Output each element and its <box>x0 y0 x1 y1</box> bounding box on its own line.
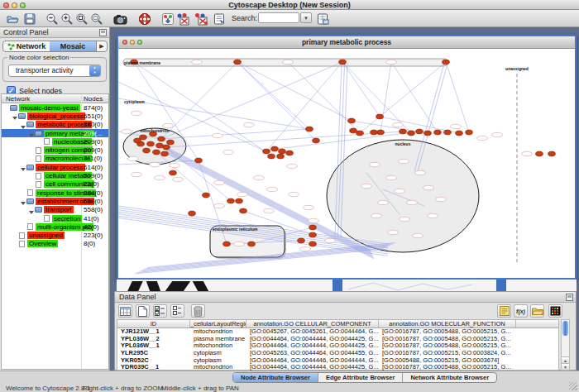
graph-node-selected[interactable] <box>163 145 170 150</box>
graph-node[interactable] <box>378 200 389 204</box>
graph-node[interactable] <box>237 192 248 196</box>
graph-node[interactable] <box>214 180 225 184</box>
graph-node[interactable] <box>170 163 180 167</box>
graph-node-selected[interactable] <box>223 241 231 246</box>
graph-node[interactable] <box>132 111 142 115</box>
table-cell[interactable]: cytoplasm <box>190 350 246 357</box>
graph-node-selected[interactable] <box>548 151 556 156</box>
float-panel-icon[interactable] <box>566 294 573 301</box>
table-scrollbar[interactable]: ▲ ▼ <box>561 319 570 370</box>
graph-node-selected[interactable] <box>377 130 385 135</box>
graph-node[interactable] <box>451 124 462 128</box>
tab-mosaic[interactable]: Mosaic <box>50 41 96 51</box>
zoom-out-icon[interactable] <box>45 12 60 26</box>
table-column-header[interactable]: annotation.GO CELLULAR_COMPONENT <box>246 320 379 327</box>
graph-node[interactable] <box>370 162 380 166</box>
graph-node-selected[interactable] <box>167 140 175 145</box>
snapshot-camera-icon[interactable] <box>112 12 127 26</box>
graph-node-selected[interactable] <box>536 151 543 156</box>
graph-node[interactable] <box>413 233 423 237</box>
close-button[interactable] <box>3 2 9 8</box>
zoom-fit-icon[interactable] <box>74 12 89 26</box>
graph-node[interactable] <box>234 241 245 246</box>
table-row[interactable]: YKR052Ccytoplasm[GO:0044464, GO:0044446,… <box>117 357 558 365</box>
tree-row[interactable]: nitrogen compo209(0) <box>2 146 108 154</box>
graph-edge[interactable] <box>166 131 403 147</box>
graph-node[interactable] <box>477 136 488 140</box>
table-cell[interactable]: [GO:0005488, GO:0005215, GO:0003674] <box>379 357 516 365</box>
graph-node[interactable] <box>155 175 165 179</box>
graph-node[interactable] <box>428 213 438 218</box>
table-cell[interactable]: mitochondrion <box>190 328 246 336</box>
help-lifering-icon[interactable] <box>137 12 152 26</box>
graph-node[interactable] <box>132 172 142 176</box>
tree-row[interactable]: unassigned223(0) <box>2 231 108 239</box>
graph-node[interactable] <box>223 150 234 154</box>
zoom-button[interactable] <box>20 2 26 8</box>
graph-node-selected[interactable] <box>203 193 210 198</box>
import-table-folder-icon[interactable] <box>530 304 544 318</box>
tree-row[interactable]: cell communicat22(0) <box>2 180 108 189</box>
graph-node-selected[interactable] <box>263 149 270 154</box>
graph-node[interactable] <box>388 230 399 234</box>
graph-edge[interactable] <box>161 129 309 139</box>
import-network-icon[interactable] <box>212 12 227 26</box>
graph-node-selected[interactable] <box>309 241 317 246</box>
table-cell[interactable]: plasma membrane <box>190 336 246 343</box>
tree-row[interactable]: macromolecule311(0) <box>2 155 108 163</box>
graph-node[interactable] <box>287 164 298 168</box>
tree-row[interactable]: establishment of lo558(0) <box>2 197 108 205</box>
tree-row[interactable]: biological_process651(0) <box>2 112 108 120</box>
table-cell[interactable]: YPL036W__1 <box>117 342 190 350</box>
graph-node[interactable] <box>192 60 203 64</box>
graph-node-selected[interactable] <box>466 130 473 135</box>
table-cell[interactable]: YJR121W__1 <box>117 328 190 336</box>
hide-selected-nodes-icon[interactable] <box>175 12 190 26</box>
tree-row[interactable]: nucleobase-209(0) <box>2 137 108 146</box>
table-column-header[interactable]: annotation.GO MOLECULAR_FUNCTION <box>379 320 516 327</box>
table-cell[interactable]: [GO:0044464, GO:0044446, GO:0044444, G..… <box>246 357 379 365</box>
scroll-up-button[interactable]: ▲ <box>562 356 569 363</box>
graph-node-selected[interactable] <box>153 150 160 155</box>
annotation-pad-icon[interactable] <box>497 304 511 318</box>
graph-node-selected[interactable] <box>434 130 442 135</box>
import-attributes-icon[interactable] <box>315 12 330 26</box>
table-cell[interactable]: [GO:0016787, GO:0005215, GO:0003824, G..… <box>379 350 516 357</box>
attribute-browser-tab[interactable]: Network Attribute Browser <box>403 373 496 382</box>
function-builder-icon[interactable]: f(x) <box>514 304 528 318</box>
graph-node-selected[interactable] <box>309 232 317 237</box>
table-cell[interactable]: YPL036W__2 <box>117 336 190 343</box>
attribute-grid-icon[interactable] <box>118 304 132 318</box>
frame-window-controls[interactable] <box>122 40 142 45</box>
graph-node-selected[interactable] <box>286 151 294 155</box>
graph-node[interactable] <box>173 177 184 181</box>
graph-node-selected[interactable] <box>227 198 235 203</box>
table-cell[interactable]: [GO:0016787, GO:0005488, GO:0005215, G..… <box>379 328 516 336</box>
zoom-region-icon[interactable] <box>89 12 104 26</box>
dropdown-stepper-icon[interactable]: ▲▼ <box>89 65 100 76</box>
graph-node[interactable] <box>436 197 447 201</box>
tree-row[interactable]: metabolic process280(0) <box>2 121 108 129</box>
graph-node-selected[interactable] <box>236 198 243 203</box>
table-row[interactable]: YLR295Ccytoplasm[GO:0045263, GO:0044464,… <box>117 350 558 357</box>
graph-edge[interactable] <box>118 98 309 129</box>
search-input[interactable] <box>258 12 299 23</box>
graph-node-selected[interactable] <box>234 60 242 65</box>
tree-row[interactable]: cellular process614(0) <box>2 163 108 171</box>
graph-node[interactable] <box>163 123 174 127</box>
table-cell[interactable]: [GO:0016787, GO:0005488, GO:0005215, G..… <box>379 342 516 350</box>
graph-node-selected[interactable] <box>444 130 452 135</box>
save-session-icon[interactable] <box>22 12 37 26</box>
graph-node-selected[interactable] <box>147 141 155 146</box>
tree-row[interactable]: secretion41(0) <box>2 214 108 222</box>
graph-node[interactable] <box>214 203 225 208</box>
graph-node-selected[interactable] <box>240 208 247 213</box>
graph-node[interactable] <box>386 60 397 64</box>
graph-node-selected[interactable] <box>400 129 407 134</box>
table-cell[interactable]: [GO:0016787, GO:0005488, GO:0005215, G..… <box>379 336 516 343</box>
zoom-in-icon[interactable] <box>60 12 74 26</box>
node-color-dropdown[interactable]: transporter activity ▲▼ <box>8 65 101 77</box>
graph-node[interactable] <box>264 208 275 213</box>
graph-edge[interactable] <box>391 62 438 132</box>
network-canvas[interactable]: plasma membranecytoplasmmitochondrionnuc… <box>118 49 575 278</box>
